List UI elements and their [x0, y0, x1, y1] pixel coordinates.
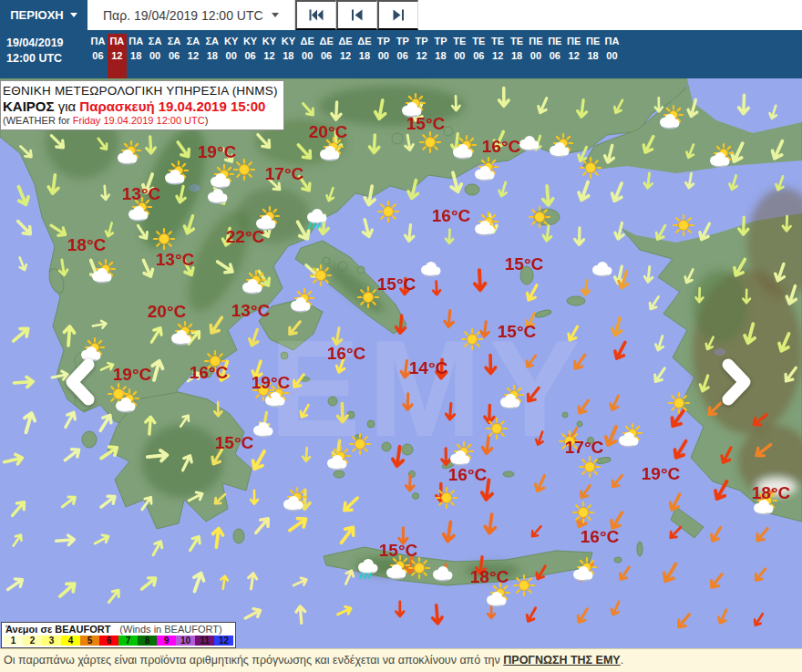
toolbar: ΠΕΡΙΟΧΗ Παρ. 19/04/2019 12:00 UTC: [0, 0, 802, 30]
datetime-dropdown-label: Παρ. 19/04/2019 12:00 UTC: [103, 8, 263, 23]
beaufort-cell-11: 11: [195, 636, 214, 646]
beaufort-cell-2: 2: [23, 636, 42, 646]
temperature-label: 16°C: [327, 344, 366, 363]
beaufort-cell-7: 7: [118, 636, 138, 646]
timeline-step-ΔΕ-06[interactable]: ΔΕ06: [317, 34, 336, 78]
timeline-step-ΤΡ-18[interactable]: ΤΡ18: [431, 34, 450, 78]
skip-to-first-button[interactable]: [295, 0, 336, 30]
timeline-step-ΤΡ-12[interactable]: ΤΡ12: [412, 34, 431, 78]
skip-to-first-icon: [309, 9, 324, 21]
timeline-step-ΚΥ-18[interactable]: ΚΥ18: [279, 34, 298, 78]
timeline-step-ΤΕ-06[interactable]: ΤΕ06: [469, 34, 488, 78]
chevron-left-icon: [60, 358, 102, 406]
chevron-down-icon: [70, 13, 77, 17]
temperature-label: 22°C: [226, 227, 265, 246]
beaufort-cell-10: 10: [176, 636, 195, 646]
temperature-label: 15°C: [505, 254, 544, 274]
forecast-title-greek: ΚΑΙΡΟΣ για Παρασκευή 19.04.2019 15:00: [3, 98, 278, 114]
weather-icon-sun: [673, 215, 694, 235]
disclaimer-period: .: [621, 654, 623, 667]
timeline-step-ΔΕ-18[interactable]: ΔΕ18: [355, 34, 374, 78]
weather-icon-sun: [669, 393, 689, 413]
timeline-step-ΚΥ-12[interactable]: ΚΥ12: [260, 34, 279, 78]
timeline-step-ΚΥ-00[interactable]: ΚΥ00: [221, 34, 241, 78]
weather-icon-sun: [514, 575, 534, 595]
weather-icon-sun: [580, 457, 600, 477]
temperature-label: 14°C: [409, 358, 448, 377]
timeline-step-ΤΕ-18[interactable]: ΤΕ18: [508, 34, 527, 78]
timeline-step-ΣΑ-12[interactable]: ΣΑ12: [183, 34, 202, 78]
timeline-step-ΠΑ-18[interactable]: ΠΑ18: [127, 34, 146, 78]
beaufort-legend: Άνεμοι σε BEAUFORT(Winds in BEAUFORT) 12…: [1, 622, 236, 648]
step-back-icon: [351, 9, 364, 21]
temperature-label: 15°C: [377, 274, 416, 294]
disclaimer-bar: Οι παραπάνω χάρτες είναι προϊόντα αριθμη…: [0, 648, 802, 672]
next-map-chevron[interactable]: [715, 358, 756, 406]
region-dropdown-button[interactable]: ΠΕΡΙΟΧΗ: [0, 0, 87, 30]
timeline-steps: ΠΑ06ΠΑ12ΠΑ18ΣΑ00ΣΑ06ΣΑ12ΣΑ18ΚΥ00ΚΥ06ΚΥ12…: [88, 30, 622, 78]
forecast-title-english: (WEATHER for Friday 19.04.2019 12:00 UTC…: [3, 115, 278, 126]
temperature-label: 13°C: [231, 301, 271, 320]
temperature-label: 16°C: [448, 465, 488, 484]
temperature-label: 15°C: [215, 433, 254, 452]
weather-icon-sun: [358, 287, 378, 307]
weather-icon-sun: [581, 158, 601, 178]
temperature-label: 18°C: [67, 235, 107, 254]
timeline-step-ΣΑ-06[interactable]: ΣΑ06: [165, 34, 184, 78]
temperature-label: 19°C: [198, 142, 237, 161]
timeline-step-ΠΑ-06[interactable]: ΠΑ06: [88, 34, 108, 78]
timeline-step-ΤΡ-06[interactable]: ΤΡ06: [393, 34, 412, 78]
weather-icon-sun: [487, 419, 507, 439]
temperature-label: 13°C: [156, 250, 195, 269]
timeline-step-ΣΑ-00[interactable]: ΣΑ00: [146, 34, 165, 78]
timeline-step-ΔΕ-12[interactable]: ΔΕ12: [336, 34, 355, 78]
emy-forecast-link[interactable]: ΠΡΟΓΝΩΣΗ ΤΗΣ ΕΜΥ: [503, 654, 620, 667]
beaufort-cell-12: 12: [214, 636, 233, 646]
temperature-label: 16°C: [432, 206, 471, 225]
beaufort-cell-3: 3: [42, 636, 61, 646]
timeline-step-ΠΕ-06[interactable]: ΠΕ06: [545, 34, 564, 78]
weather-map: EMY 20°C15°C16°C19°C17°C13°C18°C22°C13°C…: [0, 78, 802, 648]
timeline-current-time: 12:00 UTC: [6, 52, 62, 65]
disclaimer-text: Οι παραπάνω χάρτες είναι προϊόντα αριθμη…: [4, 654, 503, 667]
region-dropdown-label: ΠΕΡΙΟΧΗ: [10, 8, 64, 22]
timeline-step-ΚΥ-06[interactable]: ΚΥ06: [241, 34, 260, 78]
step-back-button[interactable]: [336, 0, 377, 30]
weather-icon-sun: [437, 488, 457, 508]
weather-icon-sun: [420, 132, 440, 152]
weather-icon-sun: [234, 160, 254, 180]
timeline-step-ΠΑ-00[interactable]: ΠΑ00: [602, 34, 622, 78]
datetime-dropdown[interactable]: Παρ. 19/04/2019 12:00 UTC: [87, 0, 295, 30]
timeline-step-ΠΕ-12[interactable]: ΠΕ12: [564, 34, 583, 78]
legend-color-scale: 123456789101112: [4, 636, 233, 646]
step-forward-button[interactable]: [377, 0, 418, 30]
chevron-right-icon: [715, 358, 756, 406]
weather-icon-sun: [573, 502, 593, 522]
beaufort-cell-4: 4: [61, 636, 80, 646]
temperature-label: 17°C: [565, 438, 604, 457]
beaufort-cell-1: 1: [4, 636, 23, 646]
timeline-step-ΠΕ-18[interactable]: ΠΕ18: [583, 34, 602, 78]
temperature-label: 19°C: [642, 464, 681, 483]
timeline-step-ΠΑ-12[interactable]: ΠΑ12: [108, 34, 127, 78]
timeline-step-ΤΕ-12[interactable]: ΤΕ12: [488, 34, 508, 78]
timeline-step-ΔΕ-00[interactable]: ΔΕ00: [298, 34, 317, 78]
timeline-step-ΣΑ-18[interactable]: ΣΑ18: [202, 34, 221, 78]
weather-icon-sun: [530, 207, 550, 227]
timeline-current-label: 19/04/2019 12:00 UTC: [0, 30, 88, 78]
timeline-step-ΠΕ-00[interactable]: ΠΕ00: [526, 34, 545, 78]
weather-icon-sun: [378, 202, 398, 222]
beaufort-cell-6: 6: [99, 636, 118, 646]
weather-icon-sun: [311, 265, 331, 285]
temperature-label: 16°C: [581, 527, 620, 546]
timeline-step-ΤΡ-00[interactable]: ΤΡ00: [374, 34, 393, 78]
temperature-label: 16°C: [190, 363, 229, 382]
legend-title: Άνεμοι σε BEAUFORT(Winds in BEAUFORT): [4, 624, 233, 636]
previous-map-chevron[interactable]: [60, 358, 102, 406]
weather-icon-sun: [409, 558, 429, 578]
lake: [743, 183, 761, 192]
weather-icon-sun: [154, 229, 174, 249]
timeline-step-ΤΕ-00[interactable]: ΤΕ00: [450, 34, 469, 78]
forecast-timeline: 19/04/2019 12:00 UTC ΠΑ06ΠΑ12ΠΑ18ΣΑ00ΣΑ0…: [0, 30, 802, 78]
agency-name: ΕΘΝΙΚΗ ΜΕΤΕΩΡΟΛΟΓΙΚΗ ΥΠΗΡΕΣΙΑ (HNMS): [3, 84, 278, 98]
